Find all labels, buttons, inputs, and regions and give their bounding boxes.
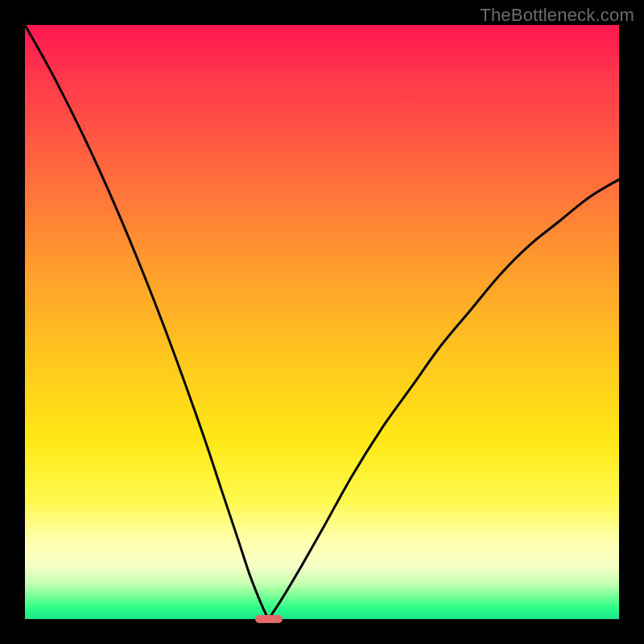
- bottleneck-curve: [25, 25, 619, 619]
- chart-frame: TheBottleneck.com: [0, 0, 644, 644]
- watermark-text: TheBottleneck.com: [480, 5, 634, 26]
- curve-right-branch: [269, 180, 619, 619]
- curve-left-branch: [25, 25, 269, 619]
- plot-area: [25, 25, 619, 619]
- minimum-marker: [255, 615, 283, 623]
